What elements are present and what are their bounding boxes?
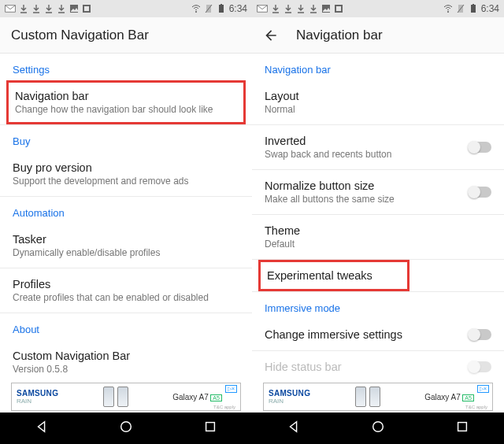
wifi-icon [443,4,453,13]
ad-brand: SAMSUNG [12,389,58,398]
item-inverted[interactable]: Inverted Swap back and recents button [252,125,504,169]
wifi-icon [191,4,201,13]
svg-rect-8 [220,4,222,5]
ad-alt: A5 [210,394,222,401]
toggle-change-immersive[interactable] [469,329,491,340]
screen-right: 6:34 Navigation bar Navigation bar Layou… [252,0,504,444]
section-header-navbar: Navigation bar [252,54,504,80]
item-buy-pro[interactable]: Buy pro version Support the development … [0,152,252,196]
toggle-hide-status[interactable] [469,361,491,372]
svg-rect-3 [84,6,89,11]
item-title: Tasker [13,233,239,246]
item-change-immersive[interactable]: Change immersive settings [252,319,504,350]
item-title: Custom Navigation Bar [13,350,239,362]
item-navigation-bar[interactable]: Navigation bar Change how the navigation… [6,80,246,124]
item-layout[interactable]: Layout Normal [252,80,504,124]
item-theme[interactable]: Theme Default [252,215,504,259]
item-about-app[interactable]: Custom Navigation Bar Version 0.5.8 [0,340,252,375]
recents-button[interactable] [203,420,217,437]
battery-icon [469,4,478,13]
download-icon [271,4,280,13]
image-icon [321,4,331,13]
phone-icon [103,387,114,407]
section-header-about: About [0,313,252,340]
svg-point-15 [447,11,449,13]
item-title: Change immersive settings [265,328,469,341]
item-title: Navigation bar [15,90,237,102]
system-nav-bar [252,413,504,444]
item-hide-status-bar[interactable]: Hide status bar [252,351,504,375]
item-subtitle: Make all buttons the same size [265,194,469,205]
ad-banner[interactable]: SAMSUNG RAIN Galaxy A7 A5 ▷× T&C apply [263,383,493,411]
phone-icon [369,387,380,407]
ad-sub: T&C apply [465,405,487,409]
svg-rect-7 [219,5,224,13]
item-title: Normalize button size [265,179,469,192]
toggle-normalize[interactable] [469,187,491,198]
ad-model: Galaxy A7 [424,393,461,401]
svg-point-4 [195,11,197,13]
item-subtitle: Default [265,239,491,250]
screenshot-icon [82,4,91,13]
section-header-settings: Settings [0,54,252,80]
no-sim-icon [456,4,465,13]
ad-badge[interactable]: ▷× [225,385,237,393]
download-icon [284,4,293,13]
item-subtitle: Version 0.5.8 [13,364,239,375]
ad-banner[interactable]: SAMSUNG RAIN Galaxy A7 A5 ▷× T&C apply [11,383,241,411]
ad-brand: SAMSUNG [264,389,310,398]
ad-rain: RAIN [12,398,58,405]
svg-rect-21 [458,423,466,431]
ad-mid [58,387,172,407]
ad-rain: RAIN [264,398,310,405]
ad-alt: A5 [462,394,474,401]
item-tasker[interactable]: Tasker Dynamically enable/disable profil… [0,224,252,268]
phone-icon [117,387,128,407]
svg-point-20 [373,422,384,432]
item-normalize[interactable]: Normalize button size Make all buttons t… [252,170,504,214]
item-experimental[interactable]: Experimental tweaks [258,260,410,291]
app-bar: Custom Navigation Bar [0,17,252,54]
ad-mid [310,387,424,407]
svg-rect-18 [471,5,476,13]
screen-left: 6:34 Custom Navigation Bar Settings Navi… [0,0,252,444]
item-subtitle: Normal [265,104,491,115]
home-button[interactable] [371,420,385,437]
download-icon [296,4,306,13]
clock: 6:34 [229,3,247,14]
section-header-immersive: Immersive mode [252,292,504,319]
content-right[interactable]: Navigation bar Layout Normal Inverted Sw… [252,54,504,383]
recents-button[interactable] [455,420,469,437]
back-button[interactable] [287,420,301,437]
item-title: Buy pro version [13,161,239,174]
status-bar: 6:34 [0,0,252,17]
item-title: Layout [265,90,491,102]
image-icon [69,4,79,13]
item-subtitle: Support the development and remove ads [13,176,239,187]
ad-model: Galaxy A7 [172,393,209,401]
item-subtitle: Create profiles that can be enabled or d… [13,292,239,303]
status-right: 6:34 [443,3,499,14]
back-button[interactable] [35,420,49,437]
svg-rect-10 [206,423,214,431]
item-title: Inverted [265,135,469,147]
download-icon [44,4,54,13]
toggle-inverted[interactable] [469,142,491,153]
content-left[interactable]: Settings Navigation bar Change how the n… [0,54,252,383]
item-subtitle: Change how the navigation bar should loo… [15,104,237,115]
download-icon [32,4,41,13]
status-right: 6:34 [191,3,247,14]
download-icon [19,4,28,13]
back-arrow-icon[interactable] [263,28,279,43]
ad-badge[interactable]: ▷× [477,385,489,393]
item-title: Hide status bar [265,361,469,373]
mail-icon [257,5,268,13]
svg-point-9 [121,422,132,432]
item-title: Theme [265,224,491,237]
item-profiles[interactable]: Profiles Create profiles that can be ena… [0,268,252,313]
status-bar: 6:34 [252,0,504,17]
status-left [5,4,91,13]
ad-sub: T&C apply [213,405,235,409]
battery-icon [217,4,226,13]
home-button[interactable] [119,420,133,437]
